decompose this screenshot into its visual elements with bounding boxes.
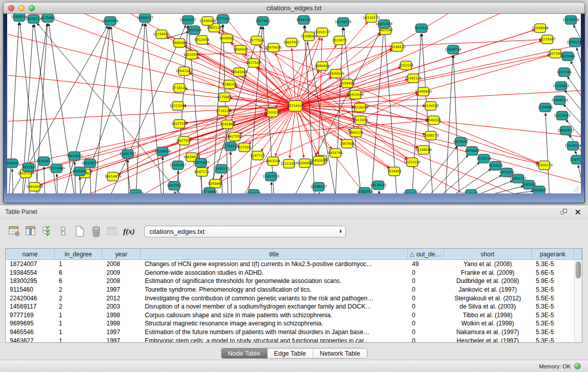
graph-node-selected[interactable]: 10607427	[283, 38, 300, 47]
cell-name[interactable]: 18300295	[6, 277, 55, 286]
cell-out_de[interactable]: 0	[408, 336, 444, 343]
graph-node-selected[interactable]: 9546325	[426, 116, 441, 125]
float-panel-icon[interactable]	[558, 207, 569, 216]
column-header-short[interactable]: short	[444, 249, 532, 260]
graph-node-selected[interactable]: 8427552	[177, 137, 191, 145]
graph-node[interactable]: 2935114	[476, 155, 491, 163]
table-row[interactable]: 946554611997Estimation of the future num…	[6, 328, 582, 337]
graph-node[interactable]: 9457791	[167, 182, 181, 190]
graph-node-selected[interactable]: 8427552	[227, 133, 242, 141]
graph-node[interactable]: 6479197	[453, 138, 468, 146]
cell-out_de[interactable]: 0	[408, 286, 444, 294]
cell-title[interactable]: Embryonic stem cells: a model to study s…	[141, 336, 408, 343]
graph-node-selected[interactable]: 10196525	[422, 102, 439, 111]
graph-node[interactable]: 15751074	[567, 38, 581, 47]
graph-node-selected[interactable]: 9529871	[332, 36, 346, 45]
cell-name[interactable]: 9777169	[6, 311, 55, 320]
graph-node[interactable]: 1527602	[255, 17, 270, 26]
column-header-out_de[interactable]: △out_de…	[408, 249, 444, 260]
graph-node-selected[interactable]: 8267110	[250, 151, 265, 160]
graph-node[interactable]: 16958107	[310, 183, 327, 191]
graph-node-selected[interactable]: 22420046	[347, 91, 364, 99]
graph-node[interactable]: 17957253	[263, 172, 279, 181]
graph-node-selected[interactable]: 9154499	[340, 79, 354, 88]
cell-title[interactable]: Changes of HCN gene expression and I(f) …	[141, 260, 408, 269]
column-header-name[interactable]: name	[6, 249, 55, 260]
graph-node-selected[interactable]: 11544909	[328, 70, 344, 78]
graph-node-selected[interactable]: 9242848	[220, 120, 234, 129]
graph-node[interactable]: 12505135	[213, 165, 230, 173]
graph-node[interactable]: 15692871	[557, 126, 574, 135]
table-row[interactable]: 969969511998Structural magnetic resonanc…	[6, 319, 582, 328]
graph-node-selected[interactable]: 8454749	[328, 149, 342, 158]
graph-node-selected[interactable]: 15450815	[310, 157, 327, 165]
memory-status-icon[interactable]	[574, 363, 581, 369]
function-builder-button[interactable]: f(x)	[121, 224, 137, 239]
graph-node[interactable]: 12923448	[402, 190, 419, 194]
graph-node[interactable]: 20553877	[81, 159, 98, 168]
graph-node[interactable]: 1167535	[570, 156, 581, 164]
graph-node[interactable]: 9245071	[464, 190, 478, 194]
graph-node-selected[interactable]: 11248054	[415, 146, 432, 155]
graph-node[interactable]: 9463627	[532, 186, 546, 194]
graph-node[interactable]: 10653257	[180, 16, 197, 25]
cell-in_degree[interactable]: 2	[55, 294, 102, 302]
tab-network-table[interactable]: Network Table	[313, 348, 367, 358]
cell-pagerank[interactable]: 5.3E-5	[532, 302, 574, 311]
cell-pagerank[interactable]: 5.3E-5	[532, 286, 574, 294]
cell-pagerank[interactable]: 5.3E-5	[532, 260, 574, 269]
tab-node-table[interactable]: Node Table	[221, 348, 267, 358]
cell-pagerank[interactable]: 5.3E-5	[532, 336, 574, 343]
cell-name[interactable]: 14569117	[6, 302, 55, 311]
graph-node[interactable]: 9699695	[7, 159, 19, 168]
graph-node-selected[interactable]: 9175685	[217, 93, 231, 102]
cell-title[interactable]: Estimation of the future numbers of pati…	[141, 328, 408, 337]
cell-short[interactable]: Tibbo et al. (1998)	[444, 311, 532, 320]
table-chooser-dropdown[interactable]: citations_edges.txt ▲▼	[144, 226, 346, 237]
graph-node-selected[interactable]: 18226058	[352, 103, 368, 112]
cell-year[interactable]: 1997	[102, 286, 141, 294]
graph-node[interactable]: 17359928	[222, 142, 239, 151]
table-row[interactable]: 946362711997Embryonic stem cells: a mode…	[6, 336, 582, 343]
cell-name[interactable]: 18724007	[6, 260, 55, 269]
graph-node-selected[interactable]: 8912954	[353, 116, 367, 125]
graph-node-selected[interactable]: 2967608	[340, 140, 354, 148]
citation-network-graph[interactable]: 1872400718300295982750810543362818632891…	[7, 14, 581, 193]
graph-node-selected[interactable]: 12021929	[404, 158, 421, 167]
tab-edge-table[interactable]: Edge Table	[267, 348, 313, 358]
cell-pagerank[interactable]: 5.6E-5	[532, 269, 574, 277]
graph-node[interactable]: 20691406	[102, 17, 119, 26]
table-body[interactable]: 1872400712008Changes of HCN gene express…	[6, 260, 582, 343]
cell-year[interactable]: 1998	[102, 319, 141, 328]
graph-node-selected[interactable]: 11381105	[405, 74, 422, 83]
graph-node[interactable]: 7957224	[187, 26, 201, 35]
graph-node-selected[interactable]: 7485083	[172, 39, 186, 48]
graph-node[interactable]: 12342757	[119, 150, 136, 159]
graph-node-selected[interactable]: 16914479	[104, 172, 121, 181]
graph-node-selected[interactable]: 10543362	[176, 67, 192, 76]
graph-node[interactable]: 16648784	[445, 46, 462, 54]
graph-node[interactable]: 29055724	[25, 15, 42, 24]
graph-node-selected[interactable]: 12154551	[153, 30, 170, 39]
cell-short[interactable]: Franke et al. (2009)	[444, 269, 532, 277]
graph-node[interactable]: 7632621	[488, 162, 503, 170]
cell-short[interactable]: Jankovic et al. (1997)	[444, 286, 532, 294]
cell-year[interactable]: 2009	[102, 269, 141, 277]
scrollbar-thumb[interactable]	[576, 261, 581, 278]
graph-node[interactable]: 8466160	[296, 16, 311, 25]
graph-node-selected[interactable]: 8895492	[233, 46, 248, 54]
graph-node[interactable]: 14569117	[137, 14, 154, 23]
table-row[interactable]: 1830029562008Estimation of significance …	[6, 277, 582, 286]
graph-node[interactable]: 1335061	[36, 157, 51, 166]
graph-node[interactable]: 9529966	[560, 52, 575, 61]
graph-node[interactable]: 10975887	[192, 159, 209, 167]
cell-name[interactable]: 19384554	[6, 269, 55, 277]
cell-name[interactable]: 9699695	[6, 319, 55, 328]
cell-pagerank[interactable]: 5.3E-5	[532, 328, 574, 337]
cell-in_degree[interactable]: 1	[55, 336, 102, 343]
unselect-all-columns-button[interactable]	[55, 224, 72, 239]
table-row[interactable]: 1872400712008Changes of HCN gene express…	[6, 260, 582, 269]
cell-year[interactable]: 2012	[102, 294, 141, 302]
graph-node[interactable]: 12093832	[553, 82, 570, 91]
graph-node-selected[interactable]: 12213387	[280, 160, 297, 168]
